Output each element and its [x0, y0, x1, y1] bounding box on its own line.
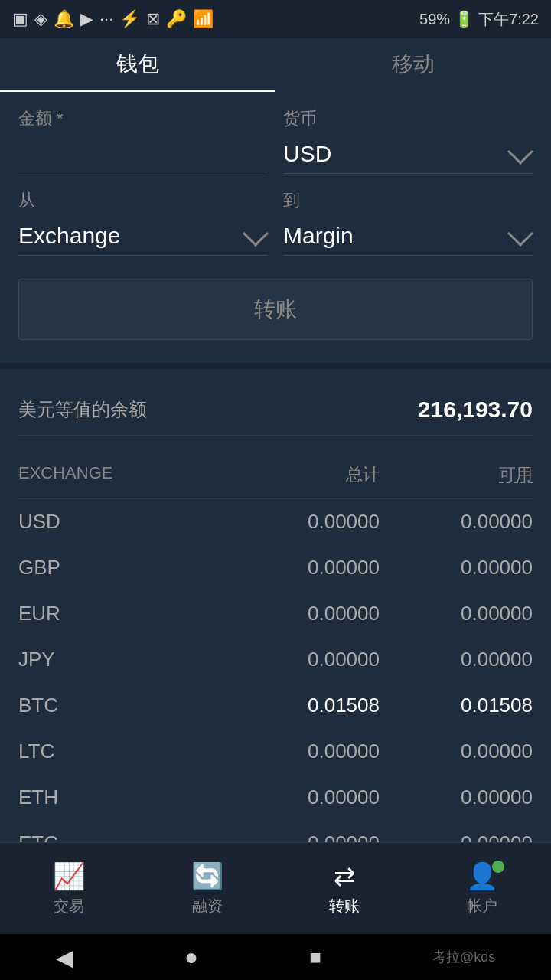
bell-icon: 🔔: [54, 9, 74, 29]
bottom-nav: 📈 交易 🔄 融资 ⇄ 转账 👤 帐户: [0, 842, 551, 934]
table-row: ETH 0.00000 0.00000: [18, 775, 533, 821]
status-icons-left: ▣ ◈ 🔔 ▶ ··· ⚡ ⊠ 🔑 📶: [12, 9, 214, 29]
battery-icon: 🔋: [455, 10, 474, 28]
amount-input[interactable]: [18, 135, 268, 172]
currency-select[interactable]: USD: [283, 135, 533, 174]
td-available-3: 0.00000: [380, 648, 533, 671]
td-currency-0: USD: [18, 510, 227, 534]
td-total-1: 0.00000: [227, 556, 380, 580]
td-currency-4: BTC: [18, 694, 227, 717]
nav-trade[interactable]: 📈 交易: [53, 861, 85, 916]
currency-group: 货币 USD: [283, 107, 533, 174]
top-tab-bar: 钱包 移动: [0, 38, 551, 92]
amount-label: 金额 *: [18, 107, 268, 130]
trade-icon: 📈: [53, 861, 85, 891]
to-group: 到 Margin: [283, 189, 533, 256]
sim-icon: ▣: [12, 9, 28, 29]
nav-transfer[interactable]: ⇄ 转账: [329, 861, 360, 916]
send-icon: ▶: [80, 9, 93, 29]
nav-trade-label: 交易: [54, 896, 84, 916]
from-group: 从 Exchange: [18, 189, 268, 256]
status-bar: ▣ ◈ 🔔 ▶ ··· ⚡ ⊠ 🔑 📶 59% 🔋 下午7:22: [0, 0, 551, 38]
to-chevron-icon: [507, 220, 533, 247]
nav-account-label: 帐户: [467, 896, 497, 916]
currency-label: 货币: [283, 107, 533, 130]
td-available-1: 0.00000: [380, 556, 533, 580]
balance-label: 美元等值的余额: [18, 397, 147, 422]
nfc-icon: ⊠: [146, 9, 160, 29]
col-exchange: EXCHANGE: [18, 463, 227, 486]
td-currency-5: LTC: [18, 740, 227, 763]
home-button[interactable]: ●: [184, 944, 198, 970]
td-available-6: 0.00000: [380, 786, 533, 809]
td-currency-3: JPY: [18, 648, 227, 671]
td-total-0: 0.00000: [227, 510, 380, 534]
td-total-5: 0.00000: [227, 740, 380, 763]
td-total-4: 0.01508: [227, 694, 380, 717]
from-value: Exchange: [18, 223, 120, 249]
nav-finance-label: 融资: [192, 896, 223, 916]
col-total: 总计: [227, 463, 380, 486]
table-row: JPY 0.00000 0.00000: [18, 637, 533, 683]
currency-chevron-icon: [507, 139, 533, 165]
status-icons-right: 59% 🔋 下午7:22: [419, 9, 539, 30]
td-total-2: 0.00000: [227, 602, 380, 626]
balance-row: 美元等值的余额 216,193.70: [18, 384, 533, 436]
td-total-3: 0.00000: [227, 648, 380, 671]
amount-group: 金额 *: [18, 107, 268, 174]
currency-value: USD: [283, 141, 331, 167]
bluetooth-icon: ⚡: [119, 9, 140, 29]
balance-value: 216,193.70: [418, 397, 533, 423]
col-available: 可用: [380, 463, 533, 486]
from-label: 从: [18, 189, 268, 212]
tab-move[interactable]: 移动: [276, 38, 551, 92]
table-row: BTC 0.01508 0.01508: [18, 683, 533, 729]
td-currency-1: GBP: [18, 556, 227, 580]
transfer-icon: ⇄: [334, 861, 355, 891]
td-available-4: 0.01508: [380, 694, 533, 717]
balance-section: 美元等值的余额 216,193.70: [0, 369, 551, 451]
finance-icon: 🔄: [191, 861, 223, 891]
td-total-6: 0.00000: [227, 786, 380, 809]
from-select[interactable]: Exchange: [18, 217, 268, 256]
android-nav-bar: ◀ ● ■ 考拉@kds: [0, 934, 551, 980]
key-icon: 🔑: [166, 9, 187, 29]
from-chevron-icon: [243, 220, 269, 247]
watermark: 考拉@kds: [432, 948, 495, 966]
table-row: USD 0.00000 0.00000: [18, 499, 533, 545]
td-available-2: 0.00000: [380, 602, 533, 626]
wallet-icon: ◈: [34, 9, 47, 29]
back-button[interactable]: ◀: [56, 944, 73, 971]
recent-button[interactable]: ■: [309, 946, 321, 969]
nav-finance[interactable]: 🔄 融资: [191, 861, 223, 916]
to-label: 到: [283, 189, 533, 212]
table-row: LTC 0.00000 0.00000: [18, 729, 533, 775]
tab-wallet[interactable]: 钱包: [0, 38, 276, 92]
to-value: Margin: [283, 223, 354, 249]
to-select[interactable]: Margin: [283, 217, 533, 256]
table-header: EXCHANGE 总计 可用: [18, 451, 533, 499]
td-available-0: 0.00000: [380, 510, 533, 534]
transfer-form: 金额 * 货币 USD 从 Exchange: [0, 92, 551, 363]
transfer-button[interactable]: 转账: [18, 279, 533, 340]
table-row: GBP 0.00000 0.00000: [18, 545, 533, 591]
td-currency-6: ETH: [18, 786, 227, 809]
account-dot: [492, 861, 504, 873]
dots-icon: ···: [99, 9, 113, 29]
nav-account[interactable]: 👤 帐户: [466, 861, 498, 916]
nav-transfer-label: 转账: [329, 896, 360, 916]
time-text: 下午7:22: [478, 9, 539, 30]
battery-text: 59%: [419, 11, 450, 28]
signal-icon: 📶: [193, 9, 214, 29]
td-available-5: 0.00000: [380, 740, 533, 763]
td-currency-2: EUR: [18, 602, 227, 626]
table-row: EUR 0.00000 0.00000: [18, 591, 533, 637]
